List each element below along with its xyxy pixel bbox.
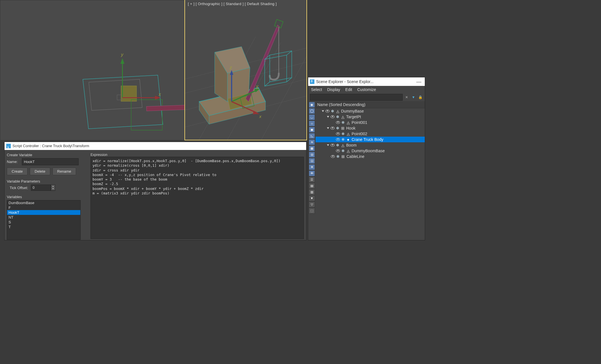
freeze-icon[interactable]: ❄	[331, 109, 334, 113]
node-type-icon: ⊞	[341, 126, 345, 130]
visibility-eye-icon[interactable]	[331, 127, 335, 130]
visibility-eye-icon[interactable]	[336, 138, 340, 141]
filter-containers-icon[interactable]: ⊡	[309, 158, 315, 164]
expression-textarea[interactable]	[91, 157, 304, 239]
view-thumb-icon[interactable]: ▤	[309, 183, 315, 189]
filter-bone-icon[interactable]: ⊟	[309, 152, 315, 158]
freeze-icon[interactable]: ❄	[336, 126, 339, 130]
tree-node[interactable]: ❄◬Boom	[316, 142, 425, 148]
variable-item[interactable]: NT	[7, 215, 80, 220]
variable-name-input[interactable]	[22, 158, 79, 165]
tick-offset-input[interactable]	[31, 185, 51, 191]
variable-item[interactable]: HookT	[7, 210, 80, 215]
filter-spacewarps-icon[interactable]: ≋	[309, 139, 315, 145]
node-label: DummyBase	[341, 109, 364, 113]
menu-edit[interactable]: Edit	[345, 87, 352, 92]
configure-icon[interactable]: ⬚	[309, 208, 315, 214]
node-type-icon: ●	[346, 137, 350, 141]
view-list-icon[interactable]: ☰	[309, 177, 315, 183]
menu-select[interactable]: Select	[311, 87, 322, 92]
tick-offset-spinner[interactable]: ▲▼	[31, 185, 55, 191]
freeze-icon[interactable]: ❄	[341, 137, 345, 142]
visibility-eye-icon[interactable]	[336, 149, 340, 152]
visibility-eye-icon[interactable]	[325, 110, 329, 113]
node-label: Point002	[352, 132, 367, 136]
expand-toggle-icon[interactable]	[327, 116, 329, 118]
clear-search-icon[interactable]: ✕	[404, 94, 409, 100]
tree-column-header[interactable]: Name (Sorted Descending)	[316, 101, 425, 108]
spin-up-icon[interactable]: ▲	[51, 185, 55, 187]
tree-node[interactable]: ❄◬Point001	[316, 120, 425, 125]
name-label: Name:	[7, 160, 20, 164]
expand-toggle-icon[interactable]	[327, 144, 329, 146]
svg-marker-10	[120, 58, 124, 64]
visibility-eye-icon[interactable]	[331, 144, 335, 147]
node-type-icon: ◬	[346, 149, 350, 153]
node-type-icon: ◬	[336, 109, 340, 113]
filter-helpers-icon[interactable]: ◺	[309, 133, 315, 139]
tick-offset-label: Tick Offset:	[7, 186, 28, 190]
script-controller-title: Script Controller : Crane Truck Body\Tra…	[12, 142, 89, 150]
filter-frozen-icon[interactable]: ❄	[309, 164, 315, 170]
visibility-eye-icon[interactable]	[336, 132, 340, 135]
node-type-icon: ◬	[346, 132, 350, 136]
rename-button[interactable]: Rename	[52, 168, 76, 175]
expand-toggle-icon[interactable]	[327, 127, 329, 129]
scene-explorer-title: Scene Explorer - Scene Explor...	[316, 79, 373, 84]
tree-node[interactable]: ❄◬DummyBoomBase	[316, 148, 425, 154]
variable-item[interactable]: DumBoomBase	[7, 200, 80, 205]
variable-item[interactable]: T	[7, 225, 80, 229]
filter-selection-icon[interactable]: ▼	[411, 94, 416, 100]
view-details-icon[interactable]: ▥	[309, 189, 315, 195]
script-controller-titlebar[interactable]: Script Controller : Crane Truck Body\Tra…	[5, 142, 306, 150]
menu-customize[interactable]: Customize	[357, 87, 376, 92]
freeze-icon[interactable]: ❄	[341, 132, 345, 136]
freeze-icon[interactable]: ❄	[336, 115, 339, 119]
filter-cameras-icon[interactable]: ▣	[309, 127, 315, 133]
tree-node[interactable]: ❄◬TargetPt	[316, 114, 425, 120]
tree-node[interactable]: ❄⊞Hook	[316, 125, 425, 131]
variable-item[interactable]: S	[7, 220, 80, 225]
variables-list[interactable]: DumBoomBaseFHookTNTST	[7, 200, 81, 240]
svg-text:z: z	[229, 65, 232, 70]
freeze-icon[interactable]: ❄	[341, 120, 345, 125]
freeze-icon[interactable]: ❄	[336, 143, 339, 147]
variable-item[interactable]: F	[7, 205, 80, 210]
tree-node[interactable]: ❄◬Point002	[316, 131, 425, 137]
tree-node[interactable]: ❄⊞CableLine	[316, 154, 425, 159]
filter-shapes-icon[interactable]: ◡	[309, 114, 315, 120]
freeze-icon[interactable]: ❄	[341, 149, 345, 153]
menu-display[interactable]: Display	[327, 87, 340, 92]
tree-node[interactable]: ❄◬DummyBase	[316, 108, 425, 114]
visibility-eye-icon[interactable]	[336, 121, 340, 124]
scene-explorer-titlebar[interactable]: Scene Explorer - Scene Explor... —	[308, 77, 425, 86]
filter-groups-icon[interactable]: ▦	[309, 145, 315, 151]
scene-explorer-search-input[interactable]	[310, 94, 403, 101]
lock-icon[interactable]: 🔒	[417, 94, 423, 100]
freeze-icon[interactable]: ❄	[336, 154, 340, 159]
filter-funnel-icon[interactable]: ▽	[309, 202, 315, 208]
create-variable-label: Create Variable	[7, 153, 86, 157]
visibility-eye-icon[interactable]	[331, 115, 335, 118]
sort-icon[interactable]: ▼	[309, 195, 315, 201]
delete-button[interactable]: Delete	[30, 168, 50, 175]
expression-label: Expression	[91, 153, 107, 157]
visibility-eye-icon[interactable]	[331, 155, 335, 158]
tree-node[interactable]: ❄●Crane Truck Body	[316, 137, 425, 142]
node-type-icon: ◬	[341, 115, 345, 119]
filter-lights-icon[interactable]: ☼	[309, 120, 315, 126]
perspective-viewport[interactable]: [ + ] [ Orthographic ] [ Standard ] [ De…	[184, 0, 307, 140]
expand-toggle-icon[interactable]	[322, 110, 324, 112]
scene-explorer-tree[interactable]: Name (Sorted Descending) ❄◬DummyBase❄◬Ta…	[316, 101, 425, 240]
node-label: Point001	[352, 120, 367, 125]
minimize-button[interactable]: —	[415, 79, 423, 85]
filter-hidden-icon[interactable]: 👁	[309, 170, 315, 176]
create-button[interactable]: Create	[7, 168, 28, 175]
spin-down-icon[interactable]: ▼	[51, 187, 55, 190]
app-icon	[6, 144, 11, 148]
svg-marker-33	[270, 51, 292, 82]
scene-explorer-menu: Select Display Edit Customize	[308, 86, 425, 93]
filter-all-icon[interactable]: ◉	[309, 102, 315, 108]
filter-geometry-icon[interactable]: ◯	[309, 108, 315, 114]
node-type-icon: ⊞	[341, 155, 345, 158]
